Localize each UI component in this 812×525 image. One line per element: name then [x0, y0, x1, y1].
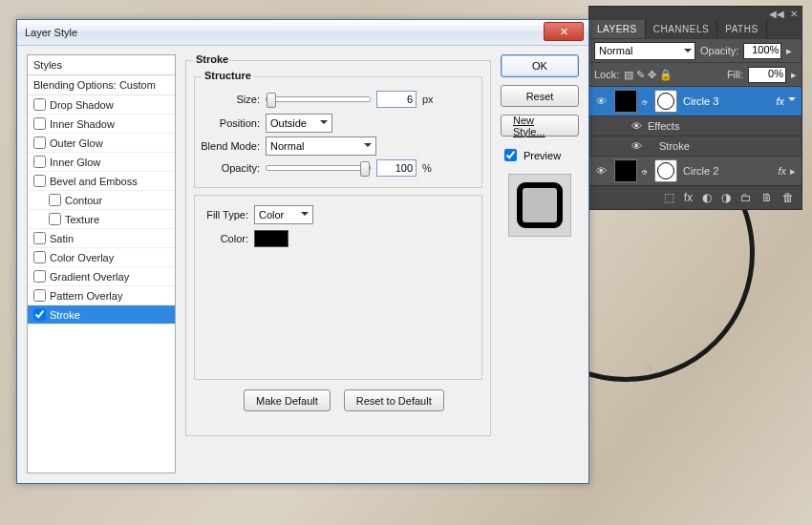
titlebar[interactable]: Layer Style ✕ [17, 20, 588, 46]
style-item-drop-shadow[interactable]: Drop Shadow [28, 95, 175, 115]
blending-options-row[interactable]: Blending Options: Custom [28, 75, 175, 95]
opacity-input[interactable] [376, 159, 417, 177]
style-checkbox[interactable] [33, 156, 46, 168]
style-checkbox[interactable] [33, 175, 46, 187]
style-checkbox[interactable] [33, 289, 46, 302]
style-item-stroke[interactable]: Stroke [28, 305, 175, 325]
tab-channels[interactable]: CHANNELS [646, 20, 717, 38]
reset-default-button[interactable]: Reset to Default [344, 389, 444, 411]
fill-field[interactable]: 0% [748, 67, 786, 83]
opacity-label: Opacity: [700, 45, 738, 56]
layer-row-circle-3[interactable]: 👁 𐐫 Circle 3 fx [589, 86, 801, 116]
close-button[interactable]: ✕ [544, 22, 584, 41]
layer-effect-stroke[interactable]: 👁Stroke [589, 136, 801, 156]
style-item-inner-glow[interactable]: Inner Glow [28, 153, 175, 172]
fx-badge[interactable]: fx [772, 95, 788, 107]
reset-button[interactable]: Reset [501, 85, 579, 107]
tab-layers[interactable]: LAYERS [589, 20, 646, 38]
style-checkbox[interactable] [33, 232, 46, 244]
layer-thumb [614, 159, 637, 182]
style-label: Gradient Overlay [50, 271, 129, 283]
panel-bottom-icons[interactable]: ⬚fx◐◑🗀🗎🗑 [589, 185, 801, 209]
blend-mode-dropdown[interactable]: Normal [594, 42, 695, 60]
style-label: Inner Glow [50, 157, 100, 168]
style-label: Stroke [50, 309, 80, 321]
style-item-texture[interactable]: Texture [28, 210, 175, 229]
visibility-icon[interactable]: 👁 [589, 165, 612, 177]
style-item-pattern-overlay[interactable]: Pattern Overlay [28, 286, 175, 305]
size-unit: px [422, 94, 434, 105]
fill-flyout-icon[interactable]: ▸ [791, 69, 797, 81]
style-checkbox[interactable] [49, 213, 61, 225]
style-checkbox[interactable] [33, 270, 46, 283]
layer-name: Circle 2 [677, 165, 774, 177]
position-dropdown[interactable]: Outside [266, 114, 332, 133]
stroke-settings-area: Stroke Structure Size: px Position: Outs… [185, 54, 491, 473]
style-label: Contour [65, 195, 102, 206]
link-icon: 𐐫 [637, 95, 651, 107]
opacity-label: Opacity: [201, 162, 260, 174]
preview-thumbnail [508, 174, 571, 237]
style-checkbox[interactable] [49, 194, 61, 206]
structure-legend: Structure [202, 70, 254, 81]
vector-mask [654, 159, 677, 182]
style-label: Texture [65, 214, 99, 225]
style-checkbox[interactable] [33, 117, 46, 130]
mask-icon: ◐ [702, 191, 712, 204]
style-item-color-overlay[interactable]: Color Overlay [28, 248, 175, 267]
style-item-contour[interactable]: Contour [28, 191, 175, 210]
fill-type-dropdown[interactable]: Color [254, 205, 313, 224]
style-label: Drop Shadow [50, 99, 114, 111]
ok-button[interactable]: OK [501, 54, 579, 77]
new-layer-icon: 🗎 [761, 191, 773, 204]
layer-style-dialog: Layer Style ✕ Styles Blending Options: C… [16, 19, 589, 484]
fill-label: Fill: [727, 69, 743, 80]
new-style-button[interactable]: New Style... [501, 115, 579, 136]
layer-row-circle-2[interactable]: 👁 𐐫 Circle 2 fx ▸ [589, 156, 801, 185]
size-label: Size: [201, 94, 260, 105]
adjustment-icon: ◑ [721, 191, 731, 204]
size-input[interactable] [376, 91, 417, 108]
styles-list: Styles Blending Options: Custom Drop Sha… [27, 54, 176, 473]
opacity-flyout-icon[interactable]: ▸ [786, 45, 792, 57]
color-label: Color: [201, 233, 248, 244]
blend-mode-label: Blend Mode: [201, 140, 260, 152]
style-item-inner-shadow[interactable]: Inner Shadow [28, 115, 175, 134]
style-label: Bevel and Emboss [50, 176, 138, 187]
tab-paths[interactable]: PATHS [717, 20, 766, 38]
fx-icon: fx [684, 191, 693, 204]
panel-collapse-bar[interactable]: ◀◀✕ [589, 7, 801, 20]
styles-header[interactable]: Styles [28, 55, 175, 75]
stroke-legend: Stroke [193, 53, 231, 65]
position-label: Position: [201, 117, 260, 129]
dialog-right-column: OK Reset New Style... Preview [501, 54, 579, 473]
style-checkbox[interactable] [33, 251, 46, 263]
style-item-gradient-overlay[interactable]: Gradient Overlay [28, 267, 175, 286]
style-item-bevel-and-emboss[interactable]: Bevel and Emboss [28, 172, 175, 191]
size-slider[interactable] [266, 96, 371, 102]
expand-icon[interactable] [788, 97, 796, 105]
style-item-outer-glow[interactable]: Outer Glow [28, 134, 175, 153]
lock-icons[interactable]: ▧ ✎ ✥ 🔒 [624, 69, 673, 81]
blend-mode-dropdown[interactable]: Normal [266, 136, 376, 156]
opacity-unit: % [422, 162, 432, 174]
vector-mask [654, 90, 677, 113]
style-checkbox[interactable] [33, 308, 46, 321]
preview-checkbox[interactable] [504, 149, 517, 161]
style-item-satin[interactable]: Satin [28, 229, 175, 248]
style-label: Color Overlay [50, 252, 114, 263]
make-default-button[interactable]: Make Default [244, 389, 331, 411]
layer-thumb [614, 90, 637, 113]
visibility-icon[interactable]: 👁 [589, 95, 612, 107]
lock-label: Lock: [594, 69, 619, 80]
style-checkbox[interactable] [33, 98, 46, 111]
link-layers-icon: ⬚ [664, 191, 674, 204]
color-swatch[interactable] [254, 230, 288, 247]
layer-effects-row[interactable]: 👁Effects [589, 116, 801, 136]
fill-type-label: Fill Type: [201, 209, 248, 220]
opacity-field[interactable]: 100% [743, 43, 781, 59]
style-label: Satin [50, 233, 74, 244]
opacity-slider[interactable] [266, 165, 371, 171]
style-checkbox[interactable] [33, 136, 46, 149]
fx-badge[interactable]: fx [774, 165, 790, 177]
